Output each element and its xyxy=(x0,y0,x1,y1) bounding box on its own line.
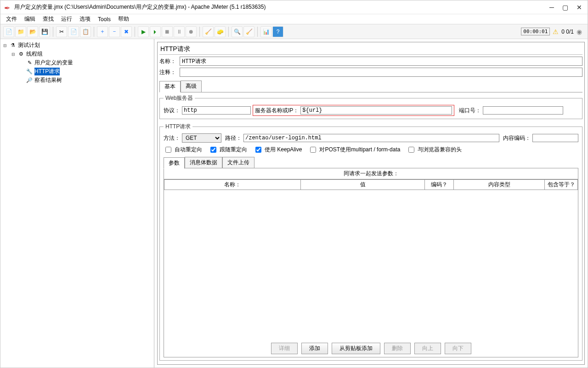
gears-icon: ⚙ xyxy=(17,51,25,58)
tree-thread-group[interactable]: ⊟ ⚙ 线程组 xyxy=(11,50,153,58)
stop-thread-icon[interactable]: ⏺ xyxy=(186,26,197,37)
encoding-label: 内容编码： xyxy=(503,134,531,142)
save-icon[interactable]: 💾 xyxy=(39,26,50,37)
web-server-fieldset: Web服务器 协议： 服务器名称或IP： xyxy=(159,94,582,119)
panel-title: HTTP请求 xyxy=(159,44,582,55)
http-request-panel: HTTP请求 名称： 注释： 基本 高级 Web服务器 xyxy=(157,42,585,365)
cb-follow-redirect[interactable]: 跟随重定向 xyxy=(209,145,247,154)
menu-edit[interactable]: 编辑 xyxy=(22,15,38,23)
open-icon[interactable]: 📂 xyxy=(27,26,38,37)
subtab-params[interactable]: 参数 xyxy=(164,157,185,169)
tab-basic[interactable]: 基本 xyxy=(159,81,181,92)
btn-up: 向上 xyxy=(414,343,441,354)
tree-user-vars[interactable]: ✎ 用户定义的变量 xyxy=(19,58,153,67)
app-window: ✒ 用户定义的变量.jmx (C:\Users\Admin\Documents\… xyxy=(0,0,588,368)
copy-icon[interactable]: 📄 xyxy=(68,26,79,37)
col-include-equals: 包含等于？ xyxy=(545,180,578,190)
port-input[interactable] xyxy=(483,106,563,115)
tree-http-request[interactable]: 🔧 HTTP请求 xyxy=(19,67,153,76)
encoding-input[interactable] xyxy=(532,134,578,142)
minimize-button[interactable]: ─ xyxy=(549,4,554,11)
toggle-icon[interactable]: ✖ xyxy=(121,26,132,37)
web-server-legend: Web服务器 xyxy=(164,94,195,102)
tree-results-tree[interactable]: 🔎 察看结果树 xyxy=(19,76,153,85)
start-icon[interactable]: ▶ xyxy=(138,26,149,37)
path-input[interactable] xyxy=(243,134,499,142)
http-request-legend: HTTP请求 xyxy=(164,123,192,131)
cb-multipart[interactable]: 对POST使用multipart / form-data xyxy=(308,145,400,154)
subtab-files[interactable]: 文件上传 xyxy=(222,157,254,168)
cb-auto-redirect[interactable]: 自动重定向 xyxy=(164,145,202,154)
search-icon[interactable]: 🔍 xyxy=(232,26,243,37)
start-no-timers-icon[interactable]: ⏵ xyxy=(150,26,161,37)
menu-file[interactable]: 文件 xyxy=(3,15,20,23)
menu-tools[interactable]: Tools xyxy=(95,16,113,23)
cut-icon[interactable]: ✂ xyxy=(56,26,67,37)
window-title: 用户定义的变量.jmx (C:\Users\Admin\Documents\用户… xyxy=(14,3,549,11)
collapse-icon[interactable]: － xyxy=(109,26,120,37)
cb-keepalive[interactable]: 使用 KeepAlive xyxy=(254,145,302,154)
http-request-fieldset: HTTP请求 方法： GET 路径： 内容 xyxy=(159,123,582,361)
collapse-icon[interactable]: ⊟ xyxy=(3,43,8,48)
results-icon: 🔎 xyxy=(26,77,33,84)
stop-icon[interactable]: ⏹ xyxy=(162,26,173,37)
clear-all-icon[interactable]: 🧽 xyxy=(215,26,226,37)
btn-add[interactable]: 添加 xyxy=(301,343,328,354)
cb-browser-headers[interactable]: 与浏览器兼容的头 xyxy=(407,145,462,154)
help-icon[interactable]: ? xyxy=(272,26,283,37)
app-icon: ✒ xyxy=(4,4,11,11)
shutdown-icon[interactable]: ⏸ xyxy=(174,26,185,37)
name-input[interactable] xyxy=(180,57,582,66)
server-input[interactable] xyxy=(300,106,452,115)
thread-counter: 0 0/1 xyxy=(561,29,574,35)
col-value: 值 xyxy=(301,180,425,190)
tab-advanced[interactable]: 高级 xyxy=(181,80,202,92)
port-label: 端口号： xyxy=(459,107,481,115)
col-name: 名称： xyxy=(164,180,301,190)
menu-run[interactable]: 运行 xyxy=(58,15,75,23)
method-select[interactable]: GET xyxy=(182,133,221,143)
maximize-button[interactable]: ▢ xyxy=(562,4,568,11)
elapsed-time: 00:00:01 xyxy=(521,28,550,35)
protocol-label: 协议： xyxy=(164,107,180,115)
params-table[interactable]: 名称： 值 编码？ 内容类型 包含等于？ xyxy=(164,179,578,190)
col-content-type: 内容类型 xyxy=(454,180,545,190)
comment-input[interactable] xyxy=(180,68,582,77)
collapse-icon[interactable]: ⊟ xyxy=(11,52,16,57)
protocol-input[interactable] xyxy=(182,106,251,115)
col-encode: 编码？ xyxy=(425,180,454,190)
tree-test-plan[interactable]: ⊟ ⚗ 测试计划 xyxy=(2,41,153,50)
titlebar: ✒ 用户定义的变量.jmx (C:\Users\Admin\Documents\… xyxy=(0,0,588,14)
test-plan-tree[interactable]: ⊟ ⚗ 测试计划 ⊟ ⚙ 线程组 xyxy=(0,39,154,368)
close-button[interactable]: ✕ xyxy=(577,4,582,11)
params-area: 同请求一起发送参数： 名称： 值 编码？ 内容类型 包含等于？ xyxy=(164,168,578,357)
paste-icon[interactable]: 📋 xyxy=(80,26,91,37)
thread-gauge-icon: ◉ xyxy=(577,28,582,35)
btn-down: 向下 xyxy=(445,343,471,354)
params-body[interactable] xyxy=(164,190,578,340)
menu-help[interactable]: 帮助 xyxy=(115,15,132,23)
btn-delete: 删除 xyxy=(384,343,411,354)
clear-icon[interactable]: 🧹 xyxy=(203,26,214,37)
menu-search[interactable]: 查找 xyxy=(40,15,57,23)
warning-icon[interactable]: ⚠ xyxy=(553,28,559,35)
comment-label: 注释： xyxy=(159,69,177,76)
name-label: 名称： xyxy=(159,58,177,65)
vars-icon: ✎ xyxy=(26,59,33,67)
menu-options[interactable]: 选项 xyxy=(77,15,93,23)
path-label: 路径： xyxy=(225,134,242,142)
btn-detail: 详细 xyxy=(271,343,298,354)
function-helper-icon[interactable]: 📊 xyxy=(260,26,271,37)
reset-search-icon[interactable]: 🧹 xyxy=(243,26,254,37)
config-tabs: 基本 高级 xyxy=(159,80,582,92)
toolbar: 📄 📁 📂 💾 ✂ 📄 📋 ＋ － ✖ ▶ ⏵ ⏹ ⏸ ⏺ 🧹 🧽 🔍 🧹 📊 … xyxy=(0,24,588,39)
body-tabs: 参数 消息体数据 文件上传 xyxy=(164,157,578,168)
templates-icon[interactable]: 📁 xyxy=(15,26,26,37)
expand-icon[interactable]: ＋ xyxy=(97,26,108,37)
flask-icon: ⚗ xyxy=(9,42,17,49)
params-title: 同请求一起发送参数： xyxy=(164,168,578,179)
btn-clipboard[interactable]: 从剪贴板添加 xyxy=(332,343,380,354)
new-icon[interactable]: 📄 xyxy=(3,26,14,37)
method-label: 方法： xyxy=(164,134,180,142)
subtab-body[interactable]: 消息体数据 xyxy=(185,157,222,168)
